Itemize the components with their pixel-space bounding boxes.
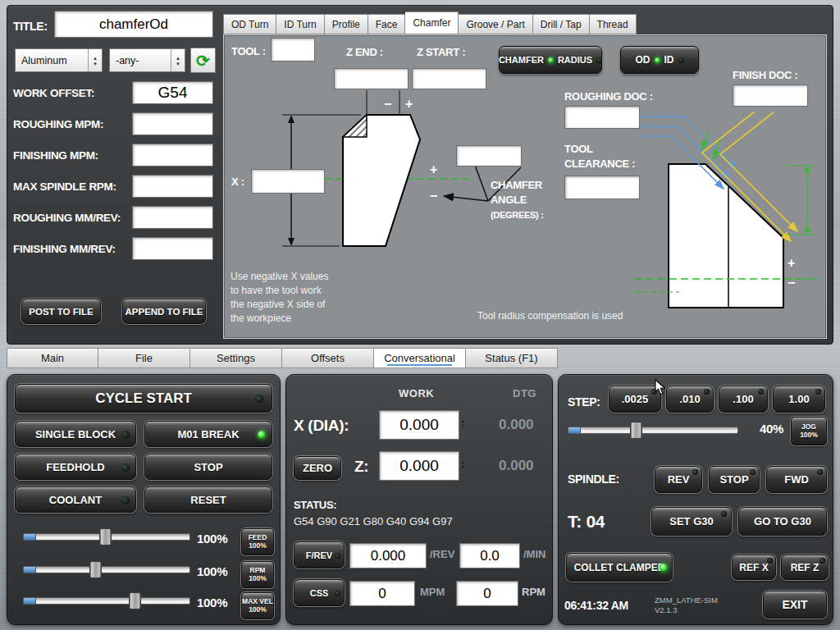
- set-g30-button[interactable]: SET G30: [651, 507, 732, 536]
- exit-button[interactable]: EXIT: [763, 591, 827, 619]
- step-0025-button[interactable]: .0025: [609, 386, 661, 413]
- finishing-mmrev-input[interactable]: [132, 237, 213, 260]
- jog-speed-slider[interactable]: [568, 427, 738, 434]
- maxvel-override-slider[interactable]: [23, 597, 190, 605]
- refresh-button[interactable]: ⟳: [190, 48, 216, 73]
- active-gcodes: G54 G90 G21 G80 G40 G94 G97: [294, 515, 453, 527]
- feedhold-button[interactable]: FEEDHOLD: [15, 454, 136, 480]
- dtg-header: DTG: [513, 387, 536, 399]
- z-start-input[interactable]: [412, 68, 486, 89]
- x-dro-label: X (DIA):: [294, 417, 349, 435]
- frev-toggle-button[interactable]: F/REV: [294, 541, 345, 568]
- feed-per-min-input[interactable]: 0.0: [459, 543, 520, 568]
- chamfer-angle-input[interactable]: [456, 145, 522, 167]
- title-label: TITLE:: [13, 20, 48, 33]
- append-to-file-button[interactable]: APPEND TO FILE: [122, 299, 206, 324]
- maxvel-slider-thumb[interactable]: [129, 592, 141, 609]
- goto-g30-button[interactable]: GO TO G30: [738, 507, 827, 536]
- jog-slider-thumb[interactable]: [630, 422, 642, 439]
- roughing-mpm-input[interactable]: [132, 112, 213, 135]
- tab-offsets[interactable]: Offsets: [282, 348, 374, 368]
- tab-id-turn[interactable]: ID Turn: [276, 14, 324, 34]
- app-version: V2.1.3: [655, 605, 677, 614]
- tab-groove-part[interactable]: Groove / Part: [459, 14, 532, 34]
- zero-button[interactable]: ZERO: [294, 456, 341, 480]
- post-to-file-button[interactable]: POST TO FILE: [21, 299, 101, 324]
- chamfer-angle-label-2: ANGLE: [491, 194, 527, 206]
- m01-break-button[interactable]: M01 BREAK: [144, 421, 272, 447]
- tab-status-f1[interactable]: Status (F1): [466, 348, 558, 368]
- maxvel-reset-button[interactable]: MAX VEL 100%: [241, 592, 274, 619]
- css-toggle-button[interactable]: CSS: [294, 579, 345, 606]
- feed-slider-thumb[interactable]: [99, 528, 112, 546]
- cycle-start-button[interactable]: CYCLE START: [15, 384, 272, 413]
- step-1-led: [815, 389, 821, 395]
- od-id-toggle[interactable]: OD ID: [620, 46, 699, 74]
- rpm-override-slider[interactable]: [23, 566, 190, 573]
- tool-clearance-label-2: CLEARANCE :: [564, 158, 635, 170]
- ref-x-button[interactable]: REF X: [732, 555, 776, 580]
- feed-reset-button[interactable]: FEED 100%: [241, 528, 274, 555]
- rpm-slider-thumb[interactable]: [89, 561, 102, 578]
- coolant-button[interactable]: COOLANT: [15, 486, 136, 513]
- collet-clamped-led: [660, 564, 668, 572]
- per-min-unit: /MIN: [523, 548, 546, 560]
- css-input[interactable]: 0: [349, 581, 415, 606]
- rpm-reset-button[interactable]: RPM 100%: [241, 561, 274, 588]
- maxvel-reset-label-1: MAX VEL: [242, 598, 273, 605]
- max-spindle-rpm-input[interactable]: [132, 175, 213, 198]
- title-input[interactable]: chamferOd: [54, 11, 213, 38]
- roughing-mmrev-input[interactable]: [132, 206, 213, 229]
- feed-per-rev-input[interactable]: 0.000: [349, 543, 427, 568]
- ref-z-label: REF Z: [791, 562, 819, 573]
- tab-file[interactable]: File: [98, 348, 190, 368]
- tab-profile[interactable]: Profile: [325, 14, 368, 34]
- z-dro-input[interactable]: 0.000: [379, 451, 459, 481]
- slider-fill: [24, 534, 36, 540]
- step-100-button[interactable]: .100: [719, 386, 768, 413]
- jog-reset-button[interactable]: JOG 100%: [791, 417, 827, 445]
- spindle-stop-led: [750, 469, 756, 475]
- radius-option-led: [596, 57, 602, 63]
- tool-clearance-input[interactable]: [564, 176, 640, 199]
- filter-select[interactable]: -any- ▴▾: [109, 48, 185, 72]
- spindle-fwd-button[interactable]: FWD: [766, 466, 827, 493]
- tab-drill-tap[interactable]: Drill / Tap: [533, 14, 590, 34]
- spindle-rev-button[interactable]: REV: [655, 466, 702, 493]
- x-dro-input[interactable]: 0.000: [379, 410, 459, 440]
- tab-main[interactable]: Main: [7, 348, 98, 368]
- rpm-reset-label-2: 100%: [249, 575, 267, 582]
- tab-conversational[interactable]: Conversational: [374, 348, 466, 368]
- dropdown-arrows-icon: ▴▾: [171, 49, 185, 71]
- material-select[interactable]: Aluminum ▴▾: [15, 48, 103, 72]
- finish-doc-input[interactable]: [733, 84, 808, 107]
- filter-select-value: -any-: [110, 55, 171, 66]
- feed-override-slider[interactable]: [23, 533, 190, 541]
- single-block-button[interactable]: SINGLE BLOCK: [15, 421, 136, 447]
- z-dro-spinner[interactable]: ▴ ▾: [462, 459, 464, 469]
- roughing-doc-input[interactable]: [564, 106, 640, 129]
- z-end-input[interactable]: [334, 68, 409, 89]
- collet-clamped-button[interactable]: COLLET CLAMPED: [566, 553, 673, 582]
- step-010-button[interactable]: .010: [666, 386, 714, 413]
- tab-settings[interactable]: Settings: [190, 348, 282, 368]
- ref-x-led: [767, 558, 773, 564]
- tab-od-turn[interactable]: OD Turn: [223, 14, 276, 34]
- x-dro-spinner[interactable]: ▴ ▾: [462, 418, 464, 428]
- m01-break-led: [258, 431, 266, 439]
- stop-button[interactable]: STOP: [144, 454, 272, 480]
- rpm-input[interactable]: 0: [456, 581, 518, 606]
- tab-face[interactable]: Face: [368, 14, 406, 34]
- reset-button[interactable]: RESET: [144, 486, 272, 513]
- tab-chamfer[interactable]: Chamfer: [405, 11, 459, 34]
- work-offset-input[interactable]: G54: [132, 81, 213, 104]
- x-input[interactable]: [251, 169, 325, 194]
- step-1-label: 1.00: [788, 393, 809, 405]
- step-1-button[interactable]: 1.00: [773, 386, 825, 413]
- ref-z-button[interactable]: REF Z: [781, 555, 829, 580]
- finishing-mpm-input[interactable]: [132, 144, 213, 167]
- tool-input[interactable]: [271, 38, 315, 62]
- chamfer-radius-toggle[interactable]: CHAMFER RADIUS: [499, 46, 602, 74]
- spindle-stop-button[interactable]: STOP: [709, 466, 760, 493]
- tab-thread[interactable]: Thread: [590, 14, 637, 34]
